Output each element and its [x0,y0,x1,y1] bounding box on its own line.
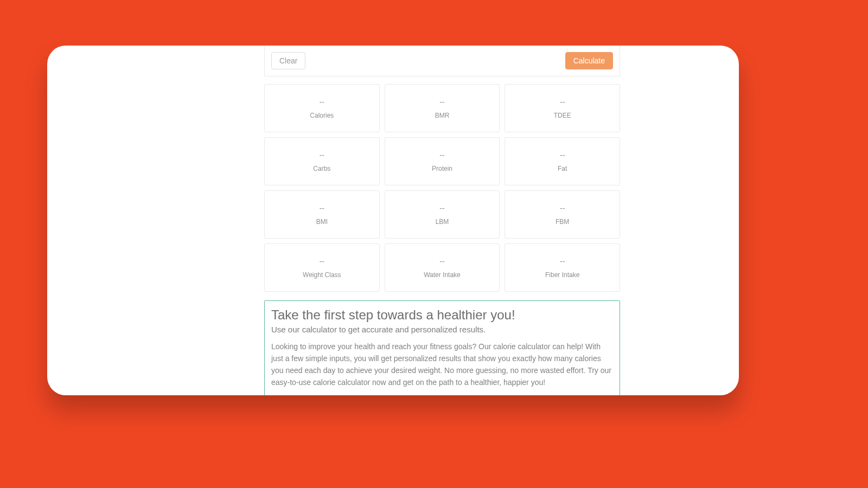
main-column: Clear Calculate -- Calories -- BMR -- TD… [264,46,620,395]
cta-subheading: Use our calculator to get accurate and p… [271,325,613,334]
result-label: Calories [310,112,334,119]
cta-body: Looking to improve your health and reach… [271,341,613,388]
result-value: -- [320,204,324,213]
result-tile-bmr: -- BMR [385,84,500,132]
result-label: Fat [558,165,567,172]
result-label: Fiber Intake [545,271,579,279]
result-tile-tdee: -- TDEE [505,84,620,132]
result-tile-fbm: -- FBM [505,190,620,239]
result-value: -- [320,98,324,106]
result-value: -- [439,257,444,266]
result-value: -- [320,151,324,159]
result-value: -- [320,257,324,266]
result-tile-water-intake: -- Water Intake [385,243,500,292]
result-tile-fat: -- Fat [505,137,620,185]
result-label: Carbs [313,165,330,172]
result-label: TDEE [554,112,571,119]
result-value: -- [560,257,565,266]
clear-button[interactable]: Clear [271,52,305,69]
calculate-button[interactable]: Calculate [565,52,613,69]
result-tile-protein: -- Protein [385,137,500,185]
result-label: Protein [432,165,452,172]
result-value: -- [439,204,444,213]
result-label: Water Intake [424,271,461,279]
result-tile-calories: -- Calories [264,84,380,132]
results-grid: -- Calories -- BMR -- TDEE -- Carbs -- P… [264,84,620,292]
result-value: -- [439,98,444,106]
result-tile-carbs: -- Carbs [264,137,380,185]
result-value: -- [560,204,565,213]
result-value: -- [439,151,444,159]
result-label: BMI [316,218,328,226]
result-value: -- [560,151,565,159]
result-tile-lbm: -- LBM [385,190,500,239]
result-label: BMR [435,112,450,119]
result-tile-weight-class: -- Weight Class [264,243,380,292]
app-window: Clear Calculate -- Calories -- BMR -- TD… [47,46,739,395]
result-label: LBM [436,218,449,226]
result-label: Weight Class [303,271,341,279]
result-tile-fiber-intake: -- Fiber Intake [505,243,620,292]
cta-heading: Take the first step towards a healthier … [271,307,613,323]
cta-callout: Take the first step towards a healthier … [264,300,620,395]
result-label: FBM [556,218,569,226]
result-value: -- [560,98,565,106]
action-bar: Clear Calculate [264,46,620,76]
result-tile-bmi: -- BMI [264,190,380,239]
